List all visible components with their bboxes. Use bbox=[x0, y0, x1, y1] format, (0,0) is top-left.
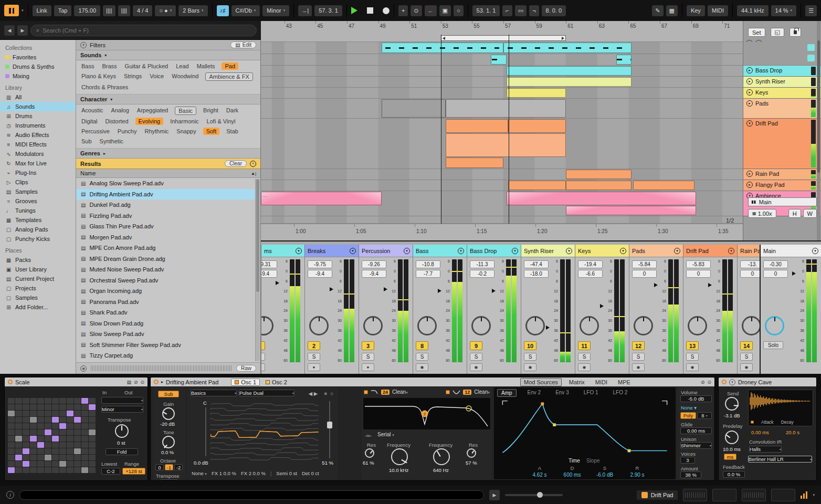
solo-button[interactable]: S bbox=[578, 353, 591, 361]
transpose-knob[interactable] bbox=[115, 424, 129, 438]
capture-midi-button[interactable]: ▣ bbox=[439, 5, 451, 16]
track-activator[interactable]: 8 bbox=[416, 341, 428, 350]
channel-fold-icon[interactable]: ▾ bbox=[458, 248, 464, 254]
filter2-res-knob[interactable] bbox=[467, 448, 476, 458]
ir-display[interactable]: Attack Decay bbox=[748, 390, 813, 426]
clip-flangy-pad[interactable] bbox=[633, 181, 694, 190]
env-s-control[interactable]: S-6.0 dB bbox=[588, 465, 621, 478]
sidebar-item-tunings[interactable]: ♩Tunings bbox=[0, 206, 76, 215]
preview-icon[interactable]: ◉ bbox=[80, 365, 87, 372]
set-marker-button[interactable]: Set bbox=[748, 28, 765, 37]
channel-fold-icon[interactable]: ▾ bbox=[566, 248, 572, 254]
track-header-keys[interactable]: ▸Keys bbox=[743, 88, 821, 99]
lane-breaks[interactable] bbox=[261, 54, 743, 66]
scale-in-selector[interactable]: ▾ bbox=[101, 397, 143, 404]
filter2-slope[interactable]: 12 bbox=[463, 390, 471, 395]
filter-tag-guitar-plucked[interactable]: Guitar & Plucked bbox=[124, 62, 170, 70]
scale-mode-toggle[interactable]: ♪♯ bbox=[217, 5, 229, 16]
amount-value[interactable]: 38 % bbox=[680, 471, 701, 478]
status-text-field[interactable] bbox=[19, 490, 484, 500]
reenable-automation-button[interactable]: ← bbox=[425, 5, 437, 16]
volume-display[interactable]: -9.26 bbox=[362, 260, 386, 268]
result-item-orchestral-sweep-pad-adv[interactable]: ▤Orchestral Sweep Pad.adv bbox=[76, 275, 260, 286]
volume-fader-handle[interactable] bbox=[330, 287, 333, 291]
channel-header[interactable]: Breaks▾ bbox=[305, 245, 359, 257]
env-param-value[interactable]: 2.90 s bbox=[621, 472, 654, 478]
view-mode-icon[interactable]: ≡ bbox=[324, 391, 327, 396]
volume-fader-handle[interactable] bbox=[600, 304, 604, 308]
filter1-type-menu[interactable]: Clean▾ bbox=[392, 389, 408, 395]
filter1-freq-knob[interactable] bbox=[391, 448, 408, 465]
punch-in-button[interactable]: ⌐ bbox=[502, 5, 512, 16]
results-scrollbar[interactable] bbox=[255, 179, 260, 361]
ir-category-menu[interactable]: Halls▾ bbox=[749, 446, 782, 453]
zoom-height-button[interactable]: H bbox=[788, 209, 801, 218]
metronome-button[interactable]: ○ ●▾ bbox=[155, 5, 176, 16]
save-preset-icon[interactable]: ⊙ bbox=[140, 380, 144, 385]
hot-swap-icon[interactable]: ⊘ bbox=[701, 380, 705, 385]
filter-response-display[interactable]: 2 bbox=[363, 398, 490, 429]
session-record-button[interactable]: ○ bbox=[454, 5, 464, 16]
track-fold-icon[interactable]: ▸ bbox=[746, 89, 753, 96]
attack-node[interactable] bbox=[541, 402, 544, 405]
pan-knob[interactable] bbox=[417, 316, 437, 335]
env-param-value[interactable]: 4.62 s bbox=[523, 472, 556, 478]
predelay-value[interactable]: 10.0 ms bbox=[723, 446, 741, 452]
arm-button[interactable]: ● bbox=[261, 363, 265, 371]
channel-header[interactable]: Bass Drop▾ bbox=[467, 245, 521, 257]
arm-button[interactable]: ◉ bbox=[470, 363, 482, 371]
res1-value[interactable]: 61 % bbox=[363, 460, 374, 466]
sidebar-item-user-library[interactable]: ▣User Library bbox=[0, 265, 76, 274]
meter-menu-caret[interactable]: ▾ bbox=[813, 493, 815, 497]
peak-display[interactable]: -9.4 bbox=[308, 270, 332, 278]
clip-drift-pad[interactable] bbox=[446, 158, 503, 168]
env-param-value[interactable]: -6.0 dB bbox=[588, 472, 621, 478]
filter-tag-mallets[interactable]: Mallets bbox=[196, 62, 216, 70]
track-fold-icon[interactable]: ▸ bbox=[746, 182, 753, 188]
result-item-slow-drown-pad-adg[interactable]: ▤Slow Drown Pad.adg bbox=[76, 318, 260, 329]
filter-group-header-genres[interactable]: Genres▸ bbox=[76, 149, 260, 159]
result-item-drifting-ambient-pad-adv[interactable]: ▤Drifting Ambient Pad.adv bbox=[76, 189, 260, 200]
channel-fold-icon[interactable]: ▾ bbox=[512, 248, 518, 254]
clip-drums[interactable] bbox=[382, 43, 503, 53]
sort-icon[interactable]: ▲| bbox=[251, 171, 256, 176]
wt-position-slider[interactable] bbox=[329, 401, 330, 458]
lane-pads[interactable] bbox=[261, 99, 743, 119]
channel-header[interactable]: Main▾ bbox=[761, 245, 821, 257]
sidebar-item-add-folder[interactable]: ⊞Add Folder... bbox=[0, 302, 76, 312]
clip-ambience[interactable] bbox=[507, 192, 696, 205]
send-knob[interactable] bbox=[725, 397, 739, 411]
env-tab-env-3[interactable]: Env 3 bbox=[552, 389, 573, 397]
link-button[interactable]: Link bbox=[33, 5, 51, 16]
result-item-slow-sweep-pad-adv[interactable]: ▤Slow Sweep Pad.adv bbox=[76, 329, 260, 340]
zoom-width-button[interactable]: W bbox=[803, 209, 817, 218]
track-activator[interactable]: 2 bbox=[308, 341, 320, 350]
draw-mode-button[interactable]: ✎ bbox=[652, 5, 663, 16]
sidebar-item-max-for-live[interactable]: ↻Max for Live bbox=[0, 159, 76, 168]
peak-display[interactable]: 0 bbox=[632, 270, 657, 278]
solo-button[interactable]: Solo bbox=[763, 341, 783, 349]
arrangement-record-button[interactable] bbox=[383, 7, 390, 14]
filters-collapse-icon[interactable]: ▾ bbox=[80, 42, 87, 48]
filter-group-header-sounds[interactable]: Sounds▾ bbox=[76, 50, 260, 60]
clip-thumbnail[interactable] bbox=[742, 489, 766, 501]
arm-button[interactable]: ◉ bbox=[740, 363, 753, 371]
sidebar-item-analog-pads[interactable]: ▢Analog Pads bbox=[0, 225, 76, 234]
clip-keys[interactable] bbox=[507, 88, 566, 98]
arm-button[interactable]: ◉ bbox=[686, 363, 699, 371]
overdub-button[interactable]: + bbox=[398, 5, 408, 16]
result-item-glass-thin-pure-pad-adv[interactable]: ▤Glass Thin Pure Pad.adv bbox=[76, 221, 260, 232]
sidebar-item-modulators[interactable]: ∿Modulators bbox=[0, 149, 76, 159]
output-meter-icon[interactable] bbox=[801, 491, 807, 499]
filter-tag-dark[interactable]: Dark bbox=[225, 107, 239, 115]
channel-header[interactable]: Pads▾ bbox=[629, 245, 683, 257]
res2-value[interactable]: 57 % bbox=[466, 460, 477, 466]
peak-display[interactable]: -7.7 bbox=[416, 270, 440, 278]
result-item-mpe-con-amore-pad-adg[interactable]: ▤MPE Con Amore Pad.adg bbox=[76, 243, 260, 254]
osc2-on-toggle[interactable] bbox=[266, 380, 270, 384]
solo-button[interactable]: S bbox=[740, 353, 753, 361]
filter-tag-inharmonic[interactable]: Inharmonic bbox=[169, 118, 199, 125]
collapsed-tracks-area[interactable] bbox=[743, 42, 821, 66]
tone-value[interactable]: 0.0 % bbox=[161, 449, 174, 455]
sidebar-item-instruments[interactable]: ◷Instruments bbox=[0, 121, 76, 130]
